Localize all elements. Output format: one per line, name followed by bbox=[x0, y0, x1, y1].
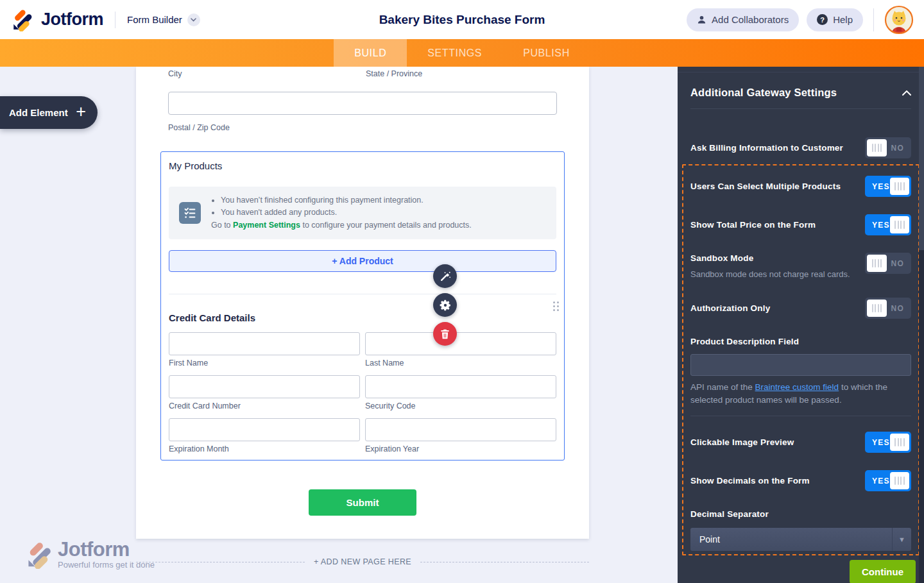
billing-toggle[interactable]: NO bbox=[865, 137, 911, 158]
toggle-state: YES bbox=[872, 182, 890, 191]
setting-billing-row: Ask Billing Information to Customer NO bbox=[690, 137, 911, 158]
show-decimals-label: Show Decimals on the Form bbox=[690, 475, 814, 487]
help-label: Help bbox=[833, 14, 853, 25]
product-description-input[interactable] bbox=[690, 354, 911, 376]
chevron-down-icon bbox=[187, 13, 200, 26]
submit-button[interactable]: Submit bbox=[309, 489, 416, 516]
card-number-input[interactable] bbox=[169, 375, 360, 398]
braintree-custom-field-link[interactable]: Braintree custom field bbox=[755, 382, 839, 392]
authorization-toggle[interactable]: NO bbox=[865, 298, 911, 319]
add-element-button[interactable]: Add Element + bbox=[0, 96, 98, 129]
avatar[interactable] bbox=[884, 5, 914, 35]
panel-scrollbar[interactable] bbox=[919, 67, 924, 583]
toggle-knob bbox=[890, 434, 909, 451]
toggle-state: YES bbox=[872, 477, 890, 486]
magic-wand-button[interactable] bbox=[433, 264, 457, 288]
goto-prefix: Go to bbox=[211, 221, 233, 230]
toggle-state: NO bbox=[891, 144, 904, 153]
header-divider bbox=[115, 12, 116, 28]
tab-publish[interactable]: PUBLISH bbox=[502, 39, 590, 67]
sandbox-help: Sandbox mode does not charge real cards. bbox=[690, 269, 850, 280]
jotform-watermark: Jotform Powerful forms get it done bbox=[24, 539, 155, 569]
total-price-label: Show Total Price on the Form bbox=[690, 219, 819, 231]
add-collaborators-button[interactable]: Add Collaborators bbox=[687, 8, 799, 31]
chevron-down-icon: ▼ bbox=[892, 528, 911, 551]
payment-element[interactable]: My Products bbox=[160, 151, 565, 460]
add-element-label: Add Element bbox=[9, 107, 68, 118]
decimal-separator-select[interactable]: Point ▼ bbox=[690, 528, 911, 551]
warning-item: You haven't added any products. bbox=[221, 207, 472, 219]
person-icon bbox=[697, 15, 706, 24]
watermark-brand: Jotform bbox=[58, 539, 155, 559]
warning-item: You haven’t finished configuring this pa… bbox=[221, 194, 472, 207]
tab-build[interactable]: BUILD bbox=[334, 39, 407, 67]
clickable-image-label: Clickable Image Preview bbox=[690, 437, 798, 448]
billing-label: Ask Billing Information to Customer bbox=[690, 142, 847, 154]
clickable-image-toggle[interactable]: YES bbox=[865, 432, 911, 453]
add-product-button[interactable]: + Add Product bbox=[169, 250, 556, 272]
jotform-logo-icon[interactable] bbox=[10, 8, 33, 31]
setting-sandbox-row: Sandbox Mode Sandbox mode does not charg… bbox=[690, 253, 911, 280]
expiration-year-input[interactable] bbox=[365, 418, 556, 441]
scrollbar-thumb[interactable] bbox=[919, 67, 924, 250]
toggle-knob bbox=[867, 255, 887, 272]
security-code-label: Security Code bbox=[365, 401, 556, 410]
goto-payment-settings-text: Go to Payment Settings to configure your… bbox=[211, 219, 472, 232]
expiration-month-label: Expiration Month bbox=[169, 444, 360, 453]
chevron-up-icon[interactable] bbox=[902, 90, 911, 96]
toggle-knob bbox=[867, 300, 887, 317]
add-new-page-button[interactable]: + ADD NEW PAGE HERE bbox=[136, 557, 589, 566]
header-divider bbox=[873, 8, 874, 31]
setting-clickable-image-row: Clickable Image Preview YES bbox=[690, 432, 911, 453]
gear-button[interactable] bbox=[433, 293, 457, 317]
toggle-knob bbox=[890, 216, 909, 233]
api-help-prefix: API name of the bbox=[690, 382, 755, 392]
setting-show-decimals-row: Show Decimals on the Form YES bbox=[690, 470, 911, 491]
tab-settings[interactable]: SETTINGS bbox=[407, 39, 502, 67]
sandbox-label: Sandbox Mode bbox=[690, 253, 850, 264]
toggle-knob bbox=[867, 139, 887, 156]
setting-multiple-products-row: Users Can Select Multiple Products YES bbox=[690, 176, 911, 197]
trash-button[interactable] bbox=[433, 322, 457, 346]
multiple-products-label: Users Can Select Multiple Products bbox=[690, 181, 844, 192]
form-page: City State / Province Postal / Zip Code … bbox=[136, 67, 589, 539]
setting-product-description: Product Description Field API name of th… bbox=[690, 336, 911, 407]
multiple-products-toggle[interactable]: YES bbox=[865, 176, 911, 197]
add-new-page-label: + ADD NEW PAGE HERE bbox=[305, 557, 420, 566]
panel-divider bbox=[690, 108, 911, 109]
toggle-state: YES bbox=[872, 221, 890, 230]
question-icon: ? bbox=[817, 14, 828, 25]
help-button[interactable]: ? Help bbox=[807, 8, 863, 31]
api-help-text: API name of the Braintree custom field t… bbox=[690, 381, 911, 407]
section-divider bbox=[169, 294, 556, 294]
products-title: My Products bbox=[169, 160, 222, 171]
first-name-label: First Name bbox=[169, 359, 360, 368]
highlighted-settings-group: Users Can Select Multiple Products YES S… bbox=[682, 164, 920, 555]
postal-code-input[interactable] bbox=[168, 92, 557, 115]
state-label: State / Province bbox=[366, 69, 422, 78]
toggle-state: YES bbox=[872, 438, 890, 447]
sandbox-toggle[interactable]: NO bbox=[865, 253, 911, 274]
total-price-toggle[interactable]: YES bbox=[865, 214, 911, 235]
app-header: Jotform Form Builder Bakery Bites Purcha… bbox=[0, 0, 924, 39]
main-nav: BUILD SETTINGS PUBLISH bbox=[0, 39, 924, 67]
brand-wordmark: Jotform bbox=[41, 10, 103, 30]
form-builder-label: Form Builder bbox=[127, 14, 182, 25]
form-builder-menu[interactable]: Form Builder bbox=[127, 13, 200, 26]
authorization-label: Authorization Only bbox=[690, 303, 774, 314]
credit-card-title: Credit Card Details bbox=[169, 312, 255, 323]
payment-settings-link[interactable]: Payment Settings bbox=[233, 221, 300, 230]
toggle-knob bbox=[890, 472, 909, 489]
form-title[interactable]: Bakery Bites Purchase Form bbox=[379, 13, 545, 27]
plus-icon: + bbox=[76, 103, 86, 121]
security-code-input[interactable] bbox=[365, 375, 556, 398]
last-name-input[interactable] bbox=[365, 332, 556, 355]
show-decimals-toggle[interactable]: YES bbox=[865, 470, 911, 491]
postal-label: Postal / Zip Code bbox=[168, 123, 230, 132]
panel-divider bbox=[690, 416, 911, 416]
first-name-input[interactable] bbox=[169, 332, 360, 355]
setting-authorization-row: Authorization Only NO bbox=[690, 298, 911, 319]
continue-button[interactable]: Continue bbox=[850, 560, 916, 583]
expiration-month-input[interactable] bbox=[169, 418, 360, 441]
drag-handle-icon[interactable] bbox=[553, 301, 559, 311]
